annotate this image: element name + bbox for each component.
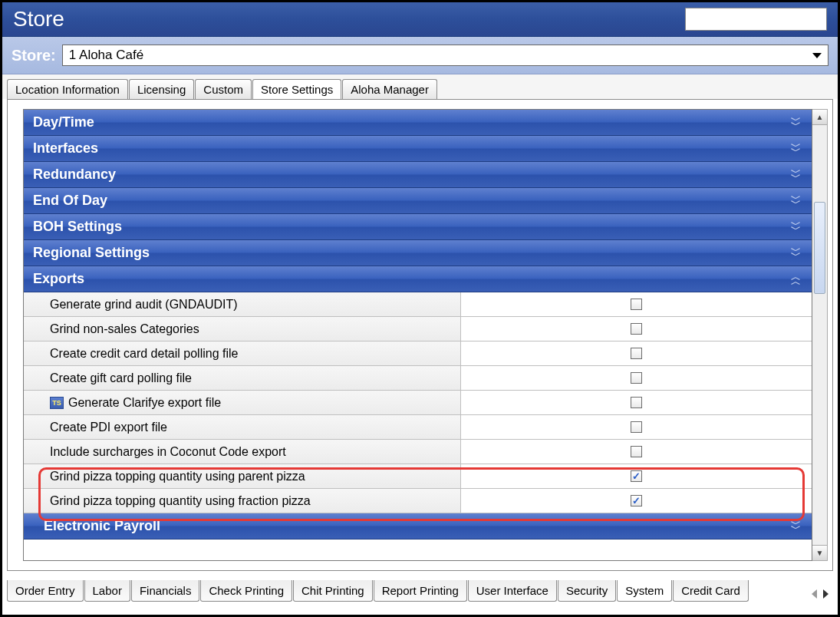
- scroll-down-button[interactable]: ▼: [812, 545, 827, 560]
- section-header-redundancy[interactable]: Redundancy﹀﹀: [24, 162, 812, 188]
- setting-control: [461, 489, 812, 513]
- section-title: Interfaces: [33, 140, 98, 157]
- setting-row: Create PDI export file: [24, 415, 812, 440]
- top-tab-store-settings[interactable]: Store Settings: [252, 79, 341, 99]
- top-tab-licensing[interactable]: Licensing: [129, 79, 194, 99]
- top-tab-aloha-manager[interactable]: Aloha Manager: [342, 79, 437, 99]
- store-dropdown[interactable]: 1 Aloha Café: [62, 45, 828, 66]
- setting-control: [461, 366, 812, 390]
- setting-label: Create PDI export file: [24, 415, 461, 439]
- checkbox[interactable]: [631, 372, 642, 384]
- setting-label-text: Create gift card polling file: [50, 371, 192, 385]
- setting-label: Grind pizza topping quantity using paren…: [24, 464, 461, 488]
- section-title: End Of Day: [33, 193, 107, 209]
- store-selector-row: Store: 1 Aloha Café: [2, 37, 838, 74]
- settings-accordion: Day/Time﹀﹀Interfaces﹀﹀Redundancy﹀﹀End Of…: [23, 109, 812, 561]
- chevron-down-icon: ﹀﹀: [791, 223, 802, 232]
- tab-scroll-left-icon[interactable]: [812, 589, 817, 599]
- setting-label-text: Create credit card detail polling file: [50, 347, 238, 361]
- checkbox[interactable]: [631, 495, 642, 506]
- bottom-tab-labor[interactable]: Labor: [84, 580, 130, 602]
- setting-label-text: Grind pizza topping quantity using fract…: [50, 494, 311, 508]
- section-header-interfaces[interactable]: Interfaces﹀﹀: [24, 136, 812, 162]
- section-header-electronic-payroll[interactable]: Electronic Payroll﹀﹀: [24, 513, 812, 539]
- chevron-down-icon: ﹀﹀: [791, 196, 802, 206]
- bottom-tab-credit-card[interactable]: Credit Card: [673, 580, 749, 602]
- setting-label: Create credit card detail polling file: [24, 341, 461, 365]
- setting-control: [461, 464, 812, 488]
- checkbox[interactable]: [631, 421, 642, 433]
- top-tab-strip: Location InformationLicensingCustomStore…: [2, 74, 838, 99]
- setting-label-text: Generate Clarifye export file: [68, 396, 221, 410]
- bottom-tab-nav: [807, 586, 833, 602]
- section-title: Redundancy: [33, 167, 116, 183]
- store-selected-value: 1 Aloha Café: [69, 48, 143, 63]
- setting-control: [461, 317, 812, 341]
- checkbox[interactable]: [631, 299, 642, 310]
- chevron-down-icon: ﹀﹀: [791, 522, 802, 531]
- section-header-end-of-day[interactable]: End Of Day﹀﹀: [24, 188, 812, 214]
- checkbox[interactable]: [631, 446, 642, 457]
- title-bar: Store: [2, 2, 838, 37]
- section-header-boh-settings[interactable]: BOH Settings﹀﹀: [24, 214, 812, 240]
- section-title: Exports: [33, 271, 84, 287]
- setting-control: [461, 292, 812, 316]
- setting-row: Generate grind audit (GNDAUDIT): [24, 292, 812, 317]
- section-header-exports[interactable]: Exports︿︿: [24, 266, 812, 292]
- setting-label: Create gift card polling file: [24, 366, 461, 390]
- setting-row: Grind pizza topping quantity using fract…: [24, 489, 812, 513]
- bottom-tab-security[interactable]: Security: [558, 580, 616, 602]
- chevron-up-icon: ︿︿: [791, 275, 802, 284]
- setting-label-text: Create PDI export file: [50, 421, 167, 434]
- setting-label-text: Grind non-sales Categories: [50, 322, 199, 336]
- vertical-scrollbar[interactable]: ▲ ▼: [812, 109, 828, 561]
- setting-label-text: Include surcharges in Coconut Code expor…: [50, 445, 286, 459]
- setting-row: Create gift card polling file: [24, 366, 812, 391]
- top-tab-custom[interactable]: Custom: [195, 79, 252, 99]
- setting-row: Grind pizza topping quantity using paren…: [24, 464, 812, 489]
- setting-label-text: Grind pizza topping quantity using paren…: [50, 470, 305, 483]
- title-search-input[interactable]: [685, 8, 827, 31]
- ts-icon: TS: [50, 397, 64, 409]
- bottom-tab-financials[interactable]: Financials: [131, 580, 200, 602]
- tab-scroll-right-icon[interactable]: [823, 589, 828, 599]
- setting-row: Include surcharges in Coconut Code expor…: [24, 440, 812, 464]
- setting-row: Create credit card detail polling file: [24, 341, 812, 366]
- scroll-thumb[interactable]: [814, 202, 825, 294]
- bottom-tab-strip: Order EntryLaborFinancialsCheck Printing…: [2, 576, 838, 602]
- section-header-day-time[interactable]: Day/Time﹀﹀: [24, 110, 812, 136]
- checkbox[interactable]: [631, 470, 642, 482]
- section-header-regional-settings[interactable]: Regional Settings﹀﹀: [24, 240, 812, 266]
- bottom-tab-system[interactable]: System: [617, 580, 672, 602]
- tab-content-area: Day/Time﹀﹀Interfaces﹀﹀Redundancy﹀﹀End Of…: [7, 99, 833, 571]
- setting-control: [461, 440, 812, 464]
- bottom-tab-report-printing[interactable]: Report Printing: [374, 580, 467, 602]
- bottom-tab-chit-printing[interactable]: Chit Printing: [293, 580, 373, 602]
- setting-label: Grind pizza topping quantity using fract…: [24, 489, 461, 513]
- bottom-tab-check-printing[interactable]: Check Printing: [200, 580, 292, 602]
- bottom-tab-order-entry[interactable]: Order Entry: [7, 580, 84, 602]
- checkbox[interactable]: [631, 397, 642, 408]
- window-title: Store: [13, 7, 64, 31]
- chevron-down-icon: ﹀﹀: [791, 144, 802, 153]
- setting-label: Grind non-sales Categories: [24, 317, 461, 341]
- setting-label-text: Generate grind audit (GNDAUDIT): [50, 298, 238, 312]
- bottom-tab-user-interface[interactable]: User Interface: [468, 580, 557, 602]
- section-title: Regional Settings: [33, 245, 150, 261]
- checkbox[interactable]: [631, 348, 642, 359]
- chevron-down-icon: ﹀﹀: [791, 170, 802, 180]
- setting-control: [461, 341, 812, 365]
- section-title: Day/Time: [33, 114, 94, 130]
- scroll-up-button[interactable]: ▲: [812, 110, 827, 125]
- setting-control: [461, 391, 812, 414]
- setting-label: TSGenerate Clarifye export file: [24, 391, 461, 414]
- setting-row: Grind non-sales Categories: [24, 317, 812, 341]
- setting-row: TSGenerate Clarifye export file: [24, 391, 812, 415]
- setting-control: [461, 415, 812, 439]
- chevron-down-icon: ﹀﹀: [791, 118, 802, 127]
- section-title: Electronic Payroll: [44, 518, 160, 534]
- chevron-down-icon: [812, 53, 822, 58]
- setting-label: Include surcharges in Coconut Code expor…: [24, 440, 461, 464]
- checkbox[interactable]: [631, 323, 642, 335]
- top-tab-location-information[interactable]: Location Information: [7, 79, 128, 99]
